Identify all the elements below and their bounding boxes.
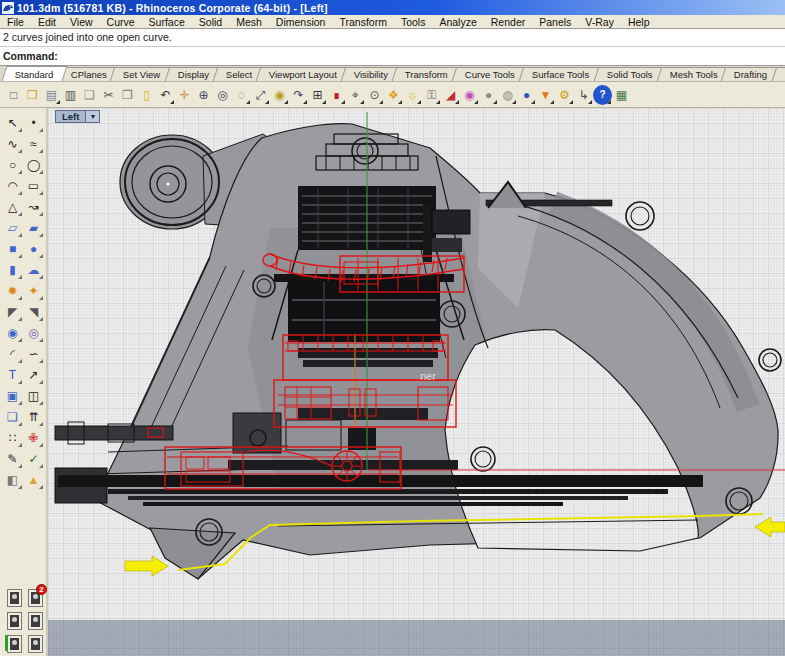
menu-item[interactable]: Edit bbox=[31, 16, 63, 28]
split-icon[interactable]: ◥ bbox=[23, 301, 44, 322]
direction-arrows-icon[interactable]: ⇈ bbox=[23, 406, 44, 427]
pyramid-icon[interactable]: ▲ bbox=[23, 469, 44, 490]
blast-icon[interactable]: ✦ bbox=[23, 280, 44, 301]
menu-item[interactable]: File bbox=[0, 16, 31, 28]
box-icon[interactable]: ■ bbox=[2, 238, 23, 259]
toolbar-tab[interactable]: Solid Tools bbox=[594, 67, 666, 81]
circle-center-icon[interactable]: ⊙ bbox=[365, 85, 384, 105]
zoom-window-icon[interactable]: ◌ bbox=[232, 85, 251, 105]
menu-item[interactable]: Render bbox=[484, 16, 532, 28]
block-icon[interactable]: ▣ bbox=[2, 385, 23, 406]
clamp-icon[interactable]: ✙ bbox=[23, 427, 44, 448]
menu-item[interactable]: Tools bbox=[394, 16, 433, 28]
fillet-icon[interactable]: ◜ bbox=[2, 343, 23, 364]
raytrace-sphere-icon[interactable]: ● bbox=[517, 85, 536, 105]
toolbar-tab[interactable]: Standard bbox=[2, 66, 67, 81]
viewport-left[interactable]: Left ▼ bbox=[48, 108, 785, 656]
curve-icon[interactable]: ∿ bbox=[2, 133, 23, 154]
boolean-union-icon[interactable]: ◉ bbox=[2, 322, 23, 343]
cut-icon[interactable]: ✂ bbox=[99, 85, 118, 105]
snapshot-icon-5[interactable] bbox=[4, 632, 25, 655]
explode-icon[interactable]: ✸ bbox=[2, 280, 23, 301]
print-icon[interactable]: ▥ bbox=[61, 85, 80, 105]
options-gears-icon[interactable]: ⚙ bbox=[555, 85, 574, 105]
menu-item[interactable]: Surface bbox=[142, 16, 192, 28]
undo-icon[interactable]: ↶ bbox=[156, 85, 175, 105]
toolbar-tab[interactable]: Curve Tools bbox=[452, 67, 529, 81]
vray-framebuffer-icon[interactable]: ▦ bbox=[612, 85, 631, 105]
cplane-icon[interactable]: ⌖ bbox=[346, 85, 365, 105]
render-sphere-icon[interactable]: ● bbox=[479, 85, 498, 105]
freeform-curve-icon[interactable]: ↝ bbox=[23, 196, 44, 217]
rectangle-icon[interactable]: ▭ bbox=[23, 175, 44, 196]
cylinder-icon[interactable]: ▮ bbox=[2, 259, 23, 280]
viewport-dropdown-icon[interactable]: ▼ bbox=[86, 110, 100, 123]
control-point-curve-icon[interactable]: ≈ bbox=[23, 133, 44, 154]
menu-item[interactable]: Analyze bbox=[432, 16, 483, 28]
select-pointer-icon[interactable]: ↖ bbox=[2, 112, 23, 133]
surface-icon[interactable]: ▱ bbox=[2, 217, 23, 238]
command-area[interactable]: 2 curves joined into one open curve. Com… bbox=[0, 28, 785, 66]
trim-icon[interactable]: ◤ bbox=[2, 301, 23, 322]
polygon-icon[interactable]: △ bbox=[2, 196, 23, 217]
blob-icon[interactable]: ☁ bbox=[23, 259, 44, 280]
viewport-title-tab[interactable]: Left bbox=[55, 110, 86, 123]
arc-icon[interactable]: ◠ bbox=[2, 175, 23, 196]
title-bar[interactable]: 101.3dm (516781 KB) - Rhinoceros Corpora… bbox=[0, 0, 785, 15]
toolbar-tab[interactable]: Surface Tools bbox=[519, 67, 603, 81]
point-icon[interactable]: • bbox=[23, 112, 44, 133]
snapshot-icon-4[interactable] bbox=[25, 609, 46, 632]
snapshot-icon-3[interactable] bbox=[4, 609, 25, 632]
pan-view-icon[interactable]: ✛ bbox=[175, 85, 194, 105]
snapshot-icon-1[interactable] bbox=[4, 586, 25, 609]
ellipse-icon[interactable]: ◯ bbox=[23, 154, 44, 175]
boolean-difference-icon[interactable]: ◎ bbox=[23, 322, 44, 343]
menu-item[interactable]: View bbox=[63, 16, 100, 28]
prism-icon[interactable]: ◧ bbox=[2, 469, 23, 490]
snapshot-icon-6[interactable] bbox=[25, 632, 46, 655]
zoom-dynamic-icon[interactable]: ◎ bbox=[213, 85, 232, 105]
drag-point-icon[interactable]: ↗ bbox=[23, 364, 44, 385]
toolbar-tab[interactable]: Mesh Tools bbox=[656, 67, 730, 81]
extrude-icon[interactable]: ❏ bbox=[2, 406, 23, 427]
circle-icon[interactable]: ○ bbox=[2, 154, 23, 175]
menu-item[interactable]: Curve bbox=[100, 16, 142, 28]
save-file-icon[interactable]: ▤ bbox=[42, 85, 61, 105]
help-icon[interactable]: ? bbox=[593, 85, 612, 105]
history-icon[interactable]: ↳ bbox=[574, 85, 593, 105]
copy-icon[interactable]: ❐ bbox=[118, 85, 137, 105]
zoom-selected-icon[interactable]: ◉ bbox=[270, 85, 289, 105]
blend-icon[interactable]: ∽ bbox=[23, 343, 44, 364]
paste-icon[interactable]: ▯ bbox=[137, 85, 156, 105]
named-view-car-icon[interactable]: ∎ bbox=[327, 85, 346, 105]
wedge-icon[interactable]: ◢ bbox=[441, 85, 460, 105]
check-icon[interactable]: ✓ bbox=[23, 448, 44, 469]
vray-cone-icon[interactable]: ▼ bbox=[536, 85, 555, 105]
menu-item[interactable]: Panels bbox=[532, 16, 578, 28]
menu-item[interactable]: Transform bbox=[332, 16, 393, 28]
text-icon[interactable]: T bbox=[2, 364, 23, 385]
snapshot-icon-2[interactable]: 2 bbox=[25, 586, 46, 609]
viewport-canvas[interactable]: ner bbox=[48, 108, 785, 656]
viewport-layout-icon[interactable]: ⊞ bbox=[308, 85, 327, 105]
command-prompt[interactable]: Command: bbox=[0, 47, 785, 65]
zoom-back-icon[interactable]: ↷ bbox=[289, 85, 308, 105]
menu-item[interactable]: Mesh bbox=[229, 16, 269, 28]
render-preview-icon[interactable]: ◍ bbox=[498, 85, 517, 105]
zoom-extents-icon[interactable]: ⤢ bbox=[251, 85, 270, 105]
menu-item[interactable]: Dimension bbox=[269, 16, 333, 28]
menu-item[interactable]: Help bbox=[621, 16, 657, 28]
toolbar-tab[interactable]: Viewport Layout bbox=[256, 67, 351, 81]
array-icon[interactable]: ∷ bbox=[2, 427, 23, 448]
color-wheel-icon[interactable]: ◉ bbox=[460, 85, 479, 105]
menu-item[interactable]: Solid bbox=[192, 16, 229, 28]
new-document-icon[interactable]: □ bbox=[4, 85, 23, 105]
pen-icon[interactable]: ✎ bbox=[2, 448, 23, 469]
rotate-view-icon[interactable]: ⊕ bbox=[194, 85, 213, 105]
menu-item[interactable]: V-Ray bbox=[578, 16, 621, 28]
mirror-icon[interactable]: ◫ bbox=[23, 385, 44, 406]
lock-icon[interactable]: ⚿ bbox=[422, 85, 441, 105]
sphere-icon[interactable]: ● bbox=[23, 238, 44, 259]
export-page-icon[interactable]: ❏ bbox=[80, 85, 99, 105]
open-file-icon[interactable]: ❒ bbox=[23, 85, 42, 105]
